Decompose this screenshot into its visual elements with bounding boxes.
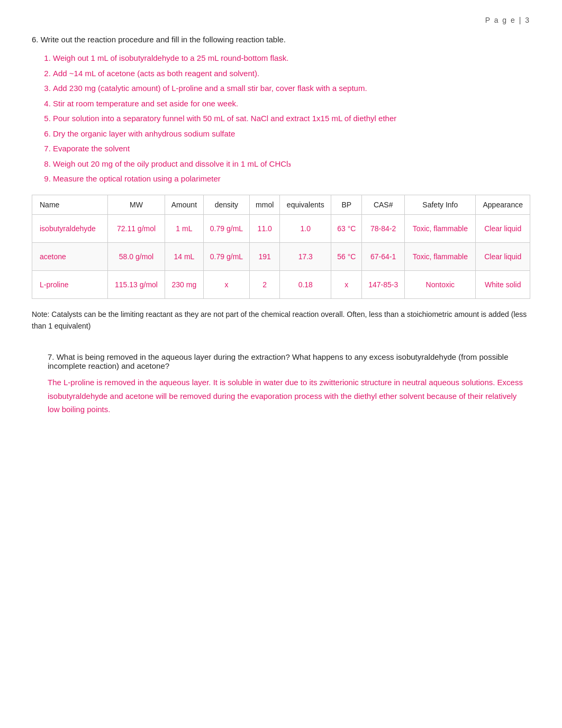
question-7: 7. What is being removed in the aqueous …	[48, 352, 530, 416]
cell-name-1: isobutyraldehyde	[32, 214, 108, 242]
question-6-heading: 6. Write out the reaction procedure and …	[32, 35, 530, 44]
question-7-answer: The L-proline is removed in the aqueous …	[48, 376, 530, 416]
cell-name-3: L-proline	[32, 270, 108, 298]
cell-safety-2: Toxic, flammable	[405, 242, 476, 270]
cell-mw-3: 115.13 g/mol	[107, 270, 165, 298]
cell-cas-2: 67-64-1	[362, 242, 405, 270]
cell-mmol-1: 11.0	[250, 214, 280, 242]
steps-list: Weigh out 1 mL of isobutyraldehyde to a …	[53, 52, 530, 185]
cell-mw-2: 58.0 g/mol	[107, 242, 165, 270]
col-appearance: Appearance	[476, 195, 530, 214]
cell-appearance-3: White solid	[476, 270, 530, 298]
cell-safety-1: Toxic, flammable	[405, 214, 476, 242]
step-4: Stir at room temperature and set aside f…	[53, 98, 530, 110]
col-mmol: mmol	[250, 195, 280, 214]
cell-cas-3: 147-85-3	[362, 270, 405, 298]
cell-cas-1: 78-84-2	[362, 214, 405, 242]
step-6: Dry the organic layer with anhydrous sod…	[53, 128, 530, 140]
col-equivalents: equivalents	[280, 195, 331, 214]
col-mw: MW	[107, 195, 165, 214]
question-7-label: 7. What is being removed in the aqueous …	[48, 352, 530, 370]
col-bp: BP	[331, 195, 362, 214]
cell-mmol-3: 2	[250, 270, 280, 298]
step-8: Weigh out 20 mg of the oily product and …	[53, 158, 530, 170]
note-text: Note: Catalysts can be the limiting reac…	[32, 308, 530, 332]
cell-mw-1: 72.11 g/mol	[107, 214, 165, 242]
reaction-table: Name MW Amount density mmol equivalents …	[32, 195, 530, 299]
table-row: L-proline 115.13 g/mol 230 mg x 2 0.18 x…	[32, 270, 530, 298]
cell-density-1: 0.79 g/mL	[203, 214, 250, 242]
cell-amount-3: 230 mg	[165, 270, 203, 298]
cell-amount-2: 14 mL	[165, 242, 203, 270]
table-row: isobutyraldehyde 72.11 g/mol 1 mL 0.79 g…	[32, 214, 530, 242]
step-5: Pour solution into a separatory funnel w…	[53, 113, 530, 125]
col-name: Name	[32, 195, 108, 214]
step-9: Measure the optical rotation using a pol…	[53, 173, 530, 185]
page-number: P a g e | 3	[32, 16, 530, 24]
cell-bp-1: 63 °C	[331, 214, 362, 242]
step-2: Add ~14 mL of acetone (acts as both reag…	[53, 68, 530, 80]
cell-mmol-2: 191	[250, 242, 280, 270]
step-3: Add 230 mg (catalytic amount) of L-proli…	[53, 83, 530, 95]
table-row: acetone 58.0 g/mol 14 mL 0.79 g/mL 191 1…	[32, 242, 530, 270]
cell-equiv-2: 17.3	[280, 242, 331, 270]
cell-amount-1: 1 mL	[165, 214, 203, 242]
cell-bp-3: x	[331, 270, 362, 298]
col-density: density	[203, 195, 250, 214]
cell-equiv-1: 1.0	[280, 214, 331, 242]
cell-name-2: acetone	[32, 242, 108, 270]
cell-safety-3: Nontoxic	[405, 270, 476, 298]
cell-equiv-3: 0.18	[280, 270, 331, 298]
col-amount: Amount	[165, 195, 203, 214]
col-safety: Safety Info	[405, 195, 476, 214]
cell-bp-2: 56 °C	[331, 242, 362, 270]
cell-density-2: 0.79 g/mL	[203, 242, 250, 270]
cell-appearance-2: Clear liquid	[476, 242, 530, 270]
cell-density-3: x	[203, 270, 250, 298]
step-1: Weigh out 1 mL of isobutyraldehyde to a …	[53, 52, 530, 65]
col-cas: CAS#	[362, 195, 405, 214]
step-7: Evaporate the solvent	[53, 143, 530, 155]
cell-appearance-1: Clear liquid	[476, 214, 530, 242]
